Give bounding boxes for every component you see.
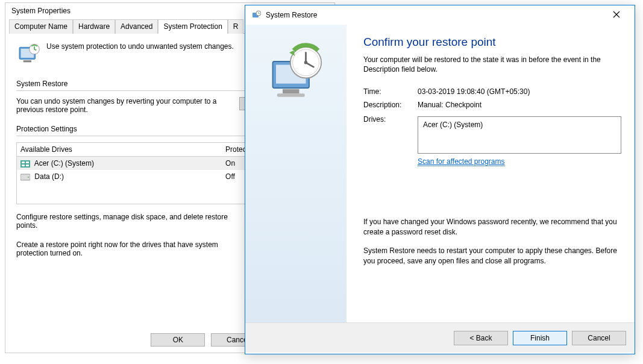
drives-list-item[interactable]: Acer (C:) (System) xyxy=(423,121,616,129)
ok-button[interactable]: OK xyxy=(151,333,205,347)
time-label: Time: xyxy=(363,87,418,96)
finish-button[interactable]: Finish xyxy=(513,331,567,345)
tab-computer-name[interactable]: Computer Name xyxy=(9,19,73,34)
time-value: 03-03-2019 19:08:40 (GMT+05:30) xyxy=(418,87,530,96)
tab-system-protection[interactable]: System Protection xyxy=(158,19,227,34)
cancel-button[interactable]: Cancel xyxy=(572,331,626,345)
system-restore-window: System Restore Confirm your restore poin… xyxy=(245,5,635,354)
close-button[interactable] xyxy=(604,10,629,20)
system-restore-icon xyxy=(251,10,261,20)
wizard-sidebar xyxy=(245,25,347,322)
hdd-drive-icon xyxy=(20,174,30,181)
svg-rect-15 xyxy=(283,89,300,93)
back-button[interactable]: < Back xyxy=(454,331,508,345)
drive-name: Data (D:) xyxy=(34,172,64,181)
svg-rect-7 xyxy=(22,165,25,166)
svg-rect-2 xyxy=(24,60,31,62)
svg-point-10 xyxy=(28,177,29,178)
tab-hardware[interactable]: Hardware xyxy=(73,19,115,34)
configure-text: Configure restore settings, manage disk … xyxy=(16,213,248,230)
windows-drive-icon xyxy=(20,160,30,168)
window-title: System Restore xyxy=(266,11,604,19)
create-text: Create a restore point right now for the… xyxy=(16,240,248,257)
svg-point-19 xyxy=(304,61,308,64)
svg-rect-4 xyxy=(20,160,30,168)
titlebar: System Restore xyxy=(245,5,635,25)
svg-rect-6 xyxy=(26,162,29,163)
drive-name: Acer (C:) (System) xyxy=(34,159,94,168)
system-restore-text: You can undo system changes by reverting… xyxy=(16,97,230,114)
drives-listbox[interactable]: Acer (C:) (System) xyxy=(418,116,621,154)
wizard-heading: Confirm your restore point xyxy=(363,36,621,49)
description-label: Description: xyxy=(363,101,418,109)
description-value: Manual: Checkpoint xyxy=(418,101,481,109)
svg-rect-16 xyxy=(277,93,305,97)
system-protection-icon xyxy=(16,42,40,66)
svg-rect-5 xyxy=(22,162,25,163)
password-warning: If you have changed your Windows passwor… xyxy=(363,217,621,237)
wizard-description: Your computer will be restored to the st… xyxy=(363,55,621,74)
col-available-drives[interactable]: Available Drives xyxy=(17,143,222,157)
scan-affected-programs-link[interactable]: Scan for affected programs xyxy=(418,157,505,166)
tab-advanced[interactable]: Advanced xyxy=(115,19,158,34)
tab-remote[interactable]: R xyxy=(228,19,244,34)
system-restore-large-icon xyxy=(263,42,329,108)
restart-warning: System Restore needs to restart your com… xyxy=(363,246,621,266)
svg-rect-8 xyxy=(26,165,29,166)
drives-label: Drives: xyxy=(363,115,418,124)
wizard-footer: < Back Finish Cancel xyxy=(245,322,635,353)
close-icon xyxy=(613,11,620,18)
wizard-main: Confirm your restore point Your computer… xyxy=(347,25,635,322)
intro-text: Use system protection to undo unwanted s… xyxy=(46,42,234,51)
